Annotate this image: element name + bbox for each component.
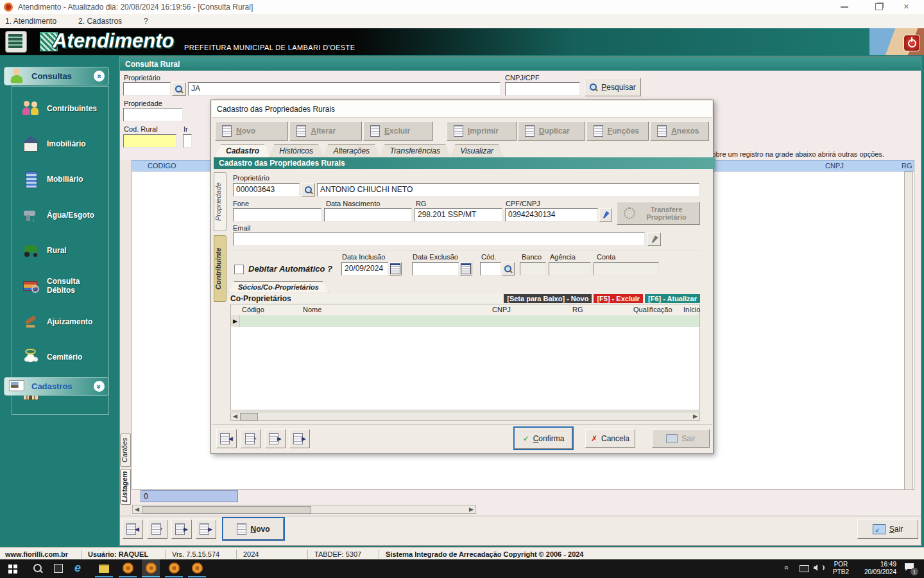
power-button-icon[interactable] — [903, 35, 920, 51]
tab-alteracoes[interactable]: Alterações — [322, 144, 381, 158]
fiorilli-app-icon-4[interactable] — [192, 563, 203, 574]
toolbar-imprimir-button[interactable]: Imprimir — [447, 121, 517, 141]
transfere-proprietario-button[interactable]: Transfere Proprietário — [617, 202, 700, 225]
main-hscrollbar[interactable]: ◀ ▶ — [132, 505, 476, 514]
menu-help[interactable]: ? — [144, 17, 148, 26]
cpf-input[interactable]: 03942430134 — [505, 208, 598, 222]
confirma-button[interactable]: ✓ Confirma — [515, 428, 572, 449]
sidebar-item-cemiterio[interactable]: Cemitério — [12, 343, 108, 371]
dlg-proprietario-code-input[interactable]: 000003643 — [233, 183, 300, 197]
tab-socios-coproprietarios[interactable]: Sócios/Co-Proprietários — [228, 281, 329, 292]
dlg-nav-last-button[interactable]: ▶ — [289, 429, 310, 448]
language-indicator[interactable]: POR PTB2 — [833, 561, 849, 576]
sidebar-cadastros-header[interactable]: Cadastros » — [4, 377, 109, 396]
debitar-checkbox[interactable] — [234, 265, 244, 274]
network-icon[interactable] — [800, 565, 809, 572]
collapse-down-icon[interactable]: » — [94, 381, 105, 392]
tab-cadastro[interactable]: Cadastro — [215, 144, 270, 158]
fiorilli-app-icon-3[interactable] — [169, 563, 180, 574]
coprop-grid[interactable]: Código Nome CNPJ RG Qualificação Início … — [230, 304, 700, 410]
proprietario-name-input[interactable]: JA — [188, 82, 501, 96]
cancela-button[interactable]: ✗ Cancela — [585, 429, 635, 448]
scroll-right-icon[interactable]: ▶ — [468, 506, 475, 512]
propriedade-input[interactable] — [123, 108, 183, 121]
data-nascimento-input[interactable] — [324, 208, 412, 222]
side-tab-contribuinte[interactable]: Contribuinte — [214, 235, 227, 302]
email-input[interactable] — [233, 232, 645, 246]
close-button[interactable]: × — [903, 1, 909, 12]
sidebar-item-contribuintes[interactable]: Contribuintes — [12, 94, 108, 123]
tab-listagem[interactable]: Listagem — [120, 469, 131, 505]
coprop-empty-row[interactable] — [240, 315, 699, 327]
dlg-proprietario-name-input[interactable]: ANTONIO CHIUCHI NETO — [317, 183, 699, 197]
sidebar-consultas-header[interactable]: Consultas » — [4, 67, 109, 85]
nav-next-button[interactable]: ▶ — [171, 520, 192, 539]
dlg-nav-first-button[interactable]: ◀ — [216, 429, 237, 448]
scroll-left-icon[interactable]: ◀ — [133, 506, 141, 512]
menu-cadastros[interactable]: 2. Cadastros — [78, 17, 122, 26]
data-inclusao-calendar-button[interactable] — [389, 262, 402, 276]
tab-visualizar[interactable]: Visualizar — [449, 144, 504, 158]
file-explorer-icon[interactable] — [99, 565, 109, 573]
clock[interactable]: 16:49 20/09/2024 — [857, 561, 896, 576]
cod-search-button[interactable] — [502, 262, 515, 276]
nav-prev-button[interactable]: + — [147, 520, 167, 539]
proprietario-search-button[interactable] — [172, 82, 186, 96]
nav-first-button[interactable]: ◀ — [123, 520, 143, 539]
cod-rural-input[interactable] — [123, 134, 176, 148]
toolbar-duplicar-button[interactable]: Duplicar — [518, 121, 585, 141]
start-button[interactable] — [8, 565, 12, 568]
restore-button[interactable] — [875, 3, 883, 10]
tab-transferencias[interactable]: Transferências — [379, 144, 450, 158]
agencia-input[interactable] — [549, 262, 591, 276]
sidebar-item-rural[interactable]: Rural — [12, 236, 108, 265]
data-inclusao-input[interactable]: 20/09/2024 — [341, 262, 388, 276]
tray-chevron-icon[interactable]: » — [782, 566, 791, 570]
tab-cartoes[interactable]: Cartões — [120, 434, 131, 467]
sidebar-item-imobiliario[interactable]: Imobiliário — [12, 130, 108, 158]
date: 20/09/2024 — [857, 568, 896, 576]
toolbar-novo-button[interactable]: Novo — [215, 121, 288, 141]
speaker-icon[interactable] — [814, 565, 817, 571]
taskbar-search-icon[interactable] — [33, 564, 42, 572]
dialog-hscrollbar[interactable]: ◀ ▶ — [230, 412, 700, 421]
pesquisar-button[interactable]: Pesquisar — [585, 78, 641, 96]
nav-last-button[interactable]: ▶ — [196, 520, 216, 539]
dlg-proprietario-search-button[interactable] — [302, 183, 315, 197]
toolbar-funcoes-button[interactable]: Funções — [586, 121, 649, 141]
side-tab-propriedade[interactable]: Propriedade — [214, 172, 227, 231]
toolbar-anexos-button[interactable]: Anexos — [650, 121, 709, 141]
tab-historicos[interactable]: Históricos — [268, 144, 324, 158]
toolbar-excluir-button[interactable]: Excluir — [363, 121, 433, 141]
sidebar-item-mobiliario[interactable]: Mobiliário — [12, 165, 108, 193]
toolbar-alterar-button[interactable]: Alterar — [289, 121, 362, 141]
internet-explorer-icon[interactable]: e — [74, 561, 81, 575]
dlg-nav-prev-button[interactable]: + — [241, 429, 261, 448]
rg-input[interactable]: 298.201 SSP/MT — [415, 208, 502, 222]
main-novo-button[interactable]: Novo — [223, 518, 284, 539]
email-edit-button[interactable] — [647, 232, 661, 246]
results-vscrollbar[interactable] — [904, 171, 913, 490]
conta-input[interactable] — [594, 262, 659, 276]
task-view-icon[interactable] — [54, 564, 63, 573]
menu-atendimento[interactable]: 1. Atendimento — [5, 17, 56, 26]
main-sair-button[interactable]: ↙ Sair — [857, 520, 918, 539]
fiorilli-app-icon-2[interactable] — [146, 563, 157, 574]
inscricao-input[interactable] — [183, 134, 192, 148]
cpf-edit-button[interactable] — [599, 208, 612, 222]
cnpj-input[interactable] — [505, 82, 580, 96]
minimize-button[interactable] — [841, 6, 848, 8]
dlg-sair-button[interactable]: Sair — [652, 429, 710, 448]
cod-input[interactable] — [480, 262, 501, 276]
dlg-nav-next-button[interactable]: ▶ — [265, 429, 286, 448]
proprietario-code-input[interactable] — [123, 82, 171, 96]
fiorilli-app-icon-1[interactable] — [123, 563, 133, 574]
fone-input[interactable] — [233, 208, 321, 222]
banco-input[interactable] — [520, 262, 546, 276]
data-exclusao-calendar-button[interactable] — [459, 262, 472, 276]
data-exclusao-input[interactable] — [412, 262, 459, 276]
sidebar-item-ajuizamento[interactable]: Ajuizamento — [12, 308, 108, 336]
collapse-up-icon[interactable]: » — [94, 71, 105, 82]
sidebar-item-agua-esgoto[interactable]: Água/Esgoto — [12, 201, 108, 229]
sidebar-item-consulta-debitos[interactable]: Consulta Débitos — [12, 272, 108, 300]
